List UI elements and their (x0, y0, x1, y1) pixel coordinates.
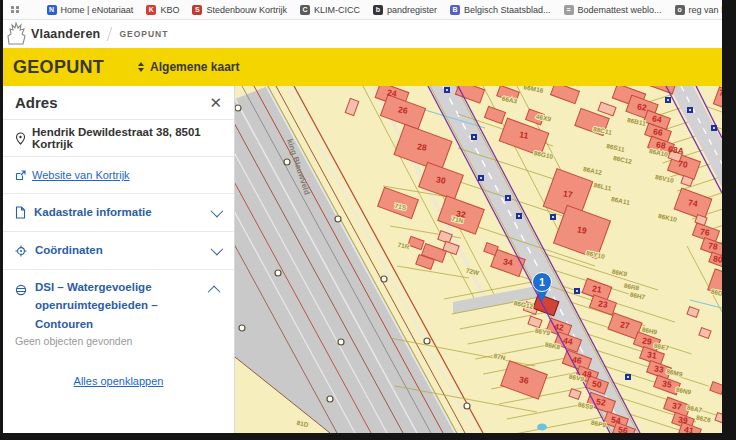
klim-icon: C (300, 5, 310, 15)
svg-text:78: 78 (708, 240, 719, 251)
svg-text:44: 44 (563, 335, 574, 346)
section-kadastrale-informatie[interactable]: Kadastrale informatie (3, 194, 234, 232)
bookmark-label: Bodemattest weblo... (578, 5, 662, 15)
bookmark-label: KLIM-CICC (314, 5, 360, 15)
svg-text:24: 24 (387, 87, 398, 98)
bookmark-label: Stedenbouw Kortrijk (206, 5, 287, 15)
section-label: Coördinaten (35, 241, 203, 259)
address-panel: Adres ✕ Hendrik Dewildestraat 38, 8501 K… (3, 86, 235, 433)
section-coordinaten[interactable]: Coördinaten (3, 232, 234, 270)
app-title: GEOPUNT (13, 57, 104, 78)
bookmark-item[interactable]: oreg van herstel (675, 5, 722, 15)
target-icon (15, 245, 27, 257)
svg-text:19: 19 (577, 224, 588, 235)
svg-text:1: 1 (539, 277, 545, 288)
svg-text:26: 26 (398, 104, 409, 115)
bookmark-label: Belgisch Staatsblad... (464, 5, 551, 15)
sort-arrows-icon (138, 62, 144, 72)
website-row: Website van Kortrijk (3, 157, 234, 194)
svg-text:70: 70 (678, 158, 689, 169)
map-canvas[interactable]: 71S71R71N72W81D87N66M1666A346X988C1186B1… (235, 86, 722, 433)
svg-text:21: 21 (592, 283, 603, 294)
breadcrumb-geopunt[interactable]: GEOPUNT (119, 29, 168, 39)
browser-content: NHome | eNotariaatKKBOSStedenbouw Kortri… (3, 0, 722, 433)
site-header: Vlaanderen GEOPUNT (3, 20, 722, 48)
expand-all-link[interactable]: Alles openklappen (74, 375, 164, 387)
svg-text:68: 68 (656, 139, 667, 150)
svg-text:46: 46 (572, 354, 583, 365)
svg-text:66: 66 (653, 126, 664, 137)
app-window: NHome | eNotariaatKKBOSStedenbouw Kortri… (0, 0, 736, 440)
svg-text:27: 27 (620, 319, 631, 330)
bookmark-label: reg van herstel (689, 5, 722, 15)
bookmark-item[interactable]: bpandregister (373, 5, 437, 15)
no-objects-text: Geen objecten gevonden (3, 333, 234, 353)
map-style-selector[interactable]: Algemene kaart (138, 60, 239, 74)
flanders-lion-icon (5, 22, 27, 46)
bookmark-item[interactable]: KKBO (146, 5, 179, 15)
svg-text:31: 31 (647, 349, 658, 360)
bookmark-label: KBO (160, 5, 179, 15)
n-badge-icon: N (47, 5, 57, 15)
svg-text:62: 62 (637, 101, 648, 112)
brand-vlaanderen[interactable]: Vlaanderen (31, 27, 100, 41)
map-viewport[interactable]: 71S71R71N72W81D87N66M1666A346X988C1186B1… (235, 86, 722, 433)
window-edge (0, 433, 736, 440)
window-edge (0, 0, 3, 440)
divider (107, 27, 113, 41)
panel-title: Adres (15, 94, 58, 111)
section-label: Kadastrale informatie (34, 203, 203, 221)
address-row: Hendrik Dewildestraat 38, 8501 Kortrijk (3, 120, 234, 157)
svg-text:30: 30 (436, 174, 447, 185)
svg-text:64: 64 (652, 113, 663, 124)
bookmark-item[interactable]: SStedenbouw Kortrijk (192, 5, 287, 15)
pandregister-icon: b (373, 5, 383, 15)
document-icon (15, 206, 26, 219)
website-link[interactable]: Website van Kortrijk (32, 169, 130, 181)
chevron-up-icon (208, 286, 221, 299)
svg-text:35: 35 (662, 378, 673, 389)
svg-text:74: 74 (688, 197, 699, 208)
svg-text:80: 80 (713, 253, 722, 264)
svg-text:34: 34 (503, 256, 514, 267)
location-pin-icon (15, 132, 26, 145)
svg-text:23: 23 (598, 298, 609, 309)
geopunt-appbar: GEOPUNT Algemene kaart (3, 48, 722, 86)
layers-icon (15, 284, 27, 296)
svg-text:17: 17 (563, 188, 574, 199)
svg-text:42: 42 (554, 321, 565, 332)
svg-text:52: 52 (596, 396, 607, 407)
close-icon[interactable]: ✕ (209, 95, 222, 110)
bookmark-item[interactable]: CKLIM-CICC (300, 5, 360, 15)
svg-text:32: 32 (456, 208, 467, 219)
apps-grid-icon[interactable] (11, 6, 19, 14)
svg-text:56: 56 (618, 424, 629, 433)
section-dsi-watergevoelige[interactable]: DSI – Watergevoelige openruimtegebieden … (3, 270, 234, 333)
svg-text:41: 41 (684, 424, 695, 433)
bookmark-item[interactable]: =Bodemattest weblo... (564, 5, 662, 15)
svg-text:28: 28 (417, 141, 428, 152)
address-text: Hendrik Dewildestraat 38, 8501 Kortrijk (32, 126, 222, 150)
staatsblad-icon: B (450, 5, 460, 15)
chevron-down-icon (211, 243, 224, 256)
bookmark-label: Home | eNotariaat (61, 5, 134, 15)
chevron-down-icon (211, 205, 224, 218)
red-circle-icon: S (192, 5, 202, 15)
bookmark-item[interactable]: NHome | eNotariaat (47, 5, 134, 15)
window-edge (722, 0, 736, 440)
section-label: DSI – Watergevoelige openruimtegebieden … (35, 278, 203, 333)
bodemattest-icon: = (564, 5, 574, 15)
globe-icon: o (675, 5, 685, 15)
svg-text:36: 36 (519, 374, 530, 385)
svg-text:48: 48 (582, 368, 593, 379)
external-link-icon (15, 170, 26, 181)
svg-text:50: 50 (592, 378, 603, 389)
svg-text:29: 29 (642, 335, 653, 346)
svg-text:11: 11 (519, 129, 530, 140)
bookmark-label: pandregister (387, 5, 437, 15)
svg-text:37: 37 (672, 400, 683, 411)
bookmark-item[interactable]: BBelgisch Staatsblad... (450, 5, 551, 15)
bookmarks-bar: NHome | eNotariaatKKBOSStedenbouw Kortri… (3, 0, 722, 20)
kbo-icon: K (146, 5, 156, 15)
svg-text:76: 76 (700, 226, 711, 237)
